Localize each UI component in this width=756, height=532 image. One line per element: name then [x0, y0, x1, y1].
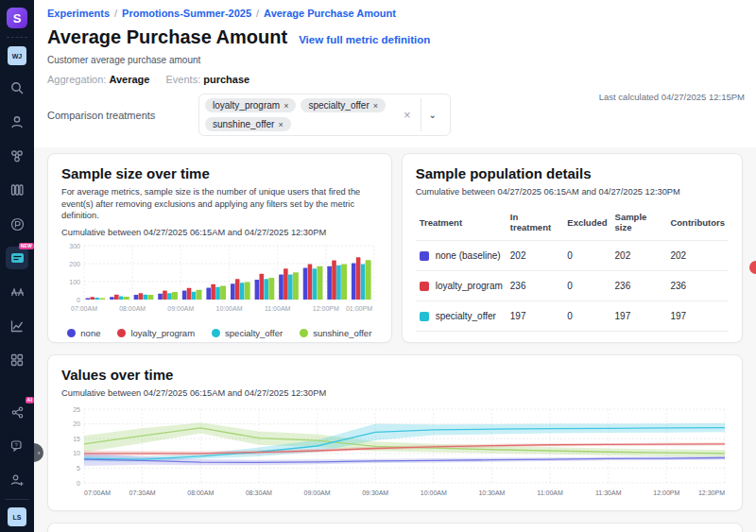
comparison-treatments-select[interactable]: loyalty_program× specialty_offer× sunshi… — [198, 94, 451, 136]
chip-remove-icon[interactable]: × — [284, 101, 288, 111]
svg-text:5: 5 — [77, 465, 80, 472]
legend-dot — [212, 329, 220, 337]
population-range: Cumulative between 04/27/2025 06:15AM an… — [416, 187, 729, 197]
comparison-treatments-label: Comparison treatments — [47, 110, 198, 121]
values-title: Values over time — [61, 367, 729, 383]
experiments-columns-icon[interactable] — [6, 179, 28, 201]
legend-item-sunshine-offer: sunshine_offer — [300, 328, 371, 338]
svg-text:08:00AM: 08:00AM — [119, 305, 146, 312]
sample-population-card: Sample population details Cumulative bet… — [402, 153, 743, 343]
invite-user-icon[interactable] — [6, 469, 28, 491]
sample-size-bar-chart: 010020030007:00AM08:00AM09:00AM10:00AM11… — [61, 241, 379, 322]
table-row: none (baseline) 202 0 202 202 — [416, 241, 729, 271]
breadcrumb-separator: / — [114, 8, 117, 19]
aggregation-value: Average — [109, 74, 149, 85]
user-avatar[interactable]: LS — [8, 507, 26, 526]
svg-text:07:00AM: 07:00AM — [84, 489, 111, 496]
svg-text:15: 15 — [73, 436, 80, 442]
svg-text:100: 100 — [69, 278, 80, 284]
breadcrumb: Experiments / Promotions-Summer-2025 / A… — [47, 8, 743, 19]
search-icon[interactable] — [6, 77, 28, 99]
chip-remove-icon[interactable]: × — [278, 120, 283, 129]
svg-text:0: 0 — [77, 296, 80, 302]
bar-chart-legend: none loyalty_program specialty_offer sun… — [61, 328, 378, 338]
svg-text:08:00AM: 08:00AM — [187, 489, 214, 496]
svg-text:11:00AM: 11:00AM — [265, 305, 291, 312]
values-line-chart: 051015202507:00AM07:30AM08:00AM08:30AM09… — [61, 403, 730, 507]
svg-text:10: 10 — [73, 450, 80, 456]
sample-size-title: Sample size over time — [61, 165, 378, 181]
legend-dot — [67, 329, 76, 337]
chip-sunshine-offer[interactable]: sunshine_offer× — [205, 117, 291, 131]
svg-text:0: 0 — [77, 480, 80, 487]
page-header: Experiments / Promotions-Summer-2025 / A… — [34, 0, 756, 147]
breadcrumb-experiments[interactable]: Experiments — [47, 8, 110, 19]
chip-specialty-offer[interactable]: specialty_offer× — [301, 98, 386, 112]
values-range: Cumulative between 04/27/2025 06:15AM an… — [61, 388, 729, 398]
clear-all-icon[interactable]: × — [394, 108, 421, 122]
svg-text:12:00PM: 12:00PM — [653, 489, 679, 496]
svg-text:09:00AM: 09:00AM — [304, 489, 331, 496]
svg-text:10:00AM: 10:00AM — [215, 305, 242, 312]
apps-grid-icon[interactable] — [6, 349, 28, 371]
page-title: Average Purchase Amount — [47, 26, 287, 48]
svg-text:09:00AM: 09:00AM — [167, 305, 194, 312]
table-row: loyalty_program 236 0 236 236 — [416, 271, 729, 301]
view-metric-definition-link[interactable]: View full metric definition — [299, 34, 430, 45]
sample-size-card: Sample size over time For average metric… — [47, 153, 392, 343]
svg-text:07:00AM: 07:00AM — [71, 305, 97, 312]
legend-item-specialty-offer: specialty_offer — [212, 328, 283, 338]
holdouts-icon[interactable] — [6, 281, 28, 303]
treatment-swatch — [420, 312, 429, 321]
breadcrumb-separator: / — [256, 8, 259, 19]
legend-dot — [117, 329, 126, 337]
app: S WJ NEW AI — [0, 0, 756, 532]
col-contributors: Contributors — [666, 206, 729, 241]
main-panel: Experiments / Promotions-Summer-2025 / A… — [34, 0, 756, 532]
svg-text:200: 200 — [69, 260, 80, 266]
treatment-swatch — [420, 342, 429, 344]
population-table: Treatment In treatment Excluded Sample s… — [416, 206, 729, 343]
insights-chart-icon[interactable] — [6, 315, 28, 337]
chevron-down-icon[interactable]: ⌄ — [421, 110, 444, 120]
chip-remove-icon[interactable]: × — [373, 101, 378, 111]
col-excluded: Excluded — [563, 206, 610, 241]
chip-loyalty-program[interactable]: loyalty_program× — [205, 98, 296, 112]
new-badge: NEW — [19, 243, 34, 249]
breadcrumb-experiment-name[interactable]: Promotions-Summer-2025 — [122, 8, 251, 19]
account-icon[interactable] — [6, 111, 28, 133]
gates-icon[interactable] — [6, 145, 28, 167]
workspace-avatar[interactable]: WJ — [8, 46, 26, 65]
table-row: specialty_offer 197 0 197 197 — [416, 301, 729, 332]
help-chat-icon[interactable]: ? — [6, 435, 28, 457]
ai-assistant-icon[interactable]: AI — [6, 401, 28, 423]
col-in-treatment: In treatment — [507, 206, 563, 241]
sample-size-range: Cumulative between 04/27/2025 06:15AM an… — [61, 228, 378, 237]
svg-text:10:30AM: 10:30AM — [478, 489, 505, 496]
svg-text:?: ? — [15, 442, 19, 448]
legend-dot — [300, 329, 308, 337]
svg-text:11:30AM: 11:30AM — [595, 489, 622, 496]
last-calculated-text: Last calculated 04/27/2025 12:15PM — [599, 92, 745, 102]
aggregation-label: Aggregation: — [47, 74, 106, 85]
statsig-logo-icon[interactable]: S — [7, 8, 27, 28]
right-edge-handle[interactable] — [749, 261, 756, 274]
breadcrumb-metric-name[interactable]: Average Purchase Amount — [264, 8, 396, 19]
svg-text:07:30AM: 07:30AM — [129, 489, 156, 496]
population-title: Sample population details — [416, 165, 729, 181]
sidebar-divider — [5, 499, 29, 500]
legend-item-none: none — [67, 328, 100, 338]
svg-text:300: 300 — [69, 242, 80, 249]
sample-size-description: For average metrics, sample size is the … — [61, 186, 373, 222]
legend-item-loyalty-program: loyalty_program — [117, 328, 195, 338]
content-area: Sample size over time For average metric… — [34, 147, 756, 532]
metrics-icon-active[interactable]: NEW — [6, 247, 28, 269]
metric-dispersion-card: Metric dispersion Cumulative between 04/… — [47, 523, 743, 532]
svg-text:01:00PM: 01:00PM — [346, 305, 372, 312]
treatment-swatch — [420, 251, 429, 261]
values-over-time-card: Values over time Cumulative between 04/2… — [47, 354, 743, 511]
events-value: purchase — [203, 74, 249, 85]
svg-text:25: 25 — [73, 406, 80, 413]
table-header-row: Treatment In treatment Excluded Sample s… — [416, 206, 729, 241]
pulse-icon[interactable] — [6, 213, 28, 235]
